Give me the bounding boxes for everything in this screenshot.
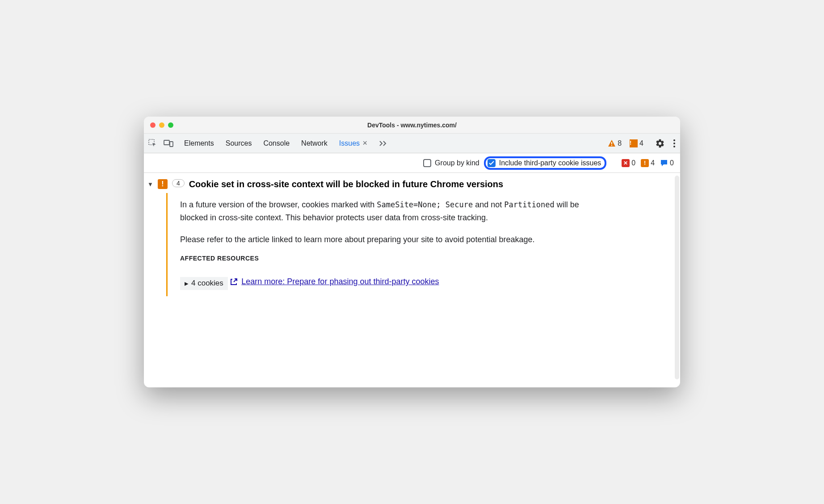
window-title: DevTools - www.nytimes.com/	[144, 122, 680, 129]
tab-elements[interactable]: Elements	[184, 139, 214, 147]
checkbox-checked-icon	[488, 159, 496, 167]
svg-rect-1	[164, 140, 169, 145]
settings-icon[interactable]	[655, 139, 665, 148]
issue-description: In a future version of the browser, cook…	[180, 198, 591, 246]
panel-tabs: Elements Sources Console Network Issues …	[184, 139, 388, 148]
issues-filter-bar: Group by kind Include third-party cookie…	[144, 153, 680, 173]
tab-sources[interactable]: Sources	[226, 139, 252, 147]
info-count-badge[interactable]: 0	[660, 159, 674, 167]
devtools-window: DevTools - www.nytimes.com/ Elements Sou…	[144, 117, 680, 387]
main-toolbar: Elements Sources Console Network Issues …	[144, 134, 680, 153]
x-square-icon: ✕	[622, 159, 630, 167]
titlebar: DevTools - www.nytimes.com/	[144, 117, 680, 134]
warn-badge[interactable]: ! 4	[630, 139, 643, 147]
tab-console[interactable]: Console	[263, 139, 290, 147]
issues-content: ▼ ! 4 Cookie set in cross-site context w…	[144, 173, 680, 387]
svg-point-7	[673, 146, 675, 147]
external-link-icon	[230, 278, 238, 286]
kebab-menu-icon[interactable]	[673, 139, 676, 148]
toolbar-status-badges: 8 ! 4	[608, 139, 643, 147]
svg-rect-3	[611, 142, 612, 144]
svg-rect-4	[611, 145, 612, 146]
issue-title: Cookie set in cross-site context will be…	[189, 179, 504, 189]
svg-point-5	[673, 139, 675, 141]
window-minimize-button[interactable]	[159, 122, 164, 128]
issue-body: In a future version of the browser, cook…	[166, 193, 671, 296]
affected-cookies-item[interactable]: ▸ 4 cookies	[180, 277, 228, 290]
more-tabs-icon[interactable]	[379, 140, 388, 147]
warning-triangle-icon	[608, 139, 616, 147]
exclamation-square-icon: !	[630, 139, 638, 147]
window-close-button[interactable]	[150, 122, 156, 128]
device-toolbar-icon[interactable]	[164, 139, 173, 147]
blocked-count-badge[interactable]: ✕ 0	[622, 159, 635, 167]
warning-count-badge[interactable]: ! 4	[641, 159, 655, 167]
chevron-right-icon: ▸	[185, 279, 189, 288]
issue-count-pill: 4	[172, 179, 185, 187]
group-by-kind-checkbox[interactable]: Group by kind	[423, 159, 479, 167]
issue-header-row[interactable]: ▼ ! 4 Cookie set in cross-site context w…	[147, 179, 671, 189]
window-maximize-button[interactable]	[168, 122, 173, 128]
tab-network[interactable]: Network	[301, 139, 328, 147]
issue-kind-badges: ✕ 0 ! 4 0	[622, 159, 674, 167]
exclamation-square-icon: !	[641, 159, 649, 167]
svg-rect-2	[170, 142, 173, 147]
learn-more-link[interactable]: Learn more: Prepare for phasing out thir…	[230, 277, 439, 286]
vertical-scrollbar[interactable]	[675, 176, 679, 379]
traffic-lights	[150, 122, 173, 128]
checkbox-empty-icon	[423, 159, 431, 167]
affected-resources-label: AFFECTED RESOURCES	[180, 255, 671, 262]
chevron-down-icon[interactable]: ▼	[147, 181, 153, 188]
include-third-party-checkbox[interactable]: Include third-party cookie issues	[484, 156, 607, 170]
chat-bubble-icon	[660, 159, 668, 167]
svg-point-6	[673, 143, 675, 144]
close-icon[interactable]: ×	[363, 139, 368, 147]
error-badge[interactable]: 8	[608, 139, 622, 147]
inspect-element-icon[interactable]	[148, 139, 157, 148]
tab-issues[interactable]: Issues ×	[339, 139, 367, 148]
exclamation-square-icon: !	[158, 179, 168, 189]
